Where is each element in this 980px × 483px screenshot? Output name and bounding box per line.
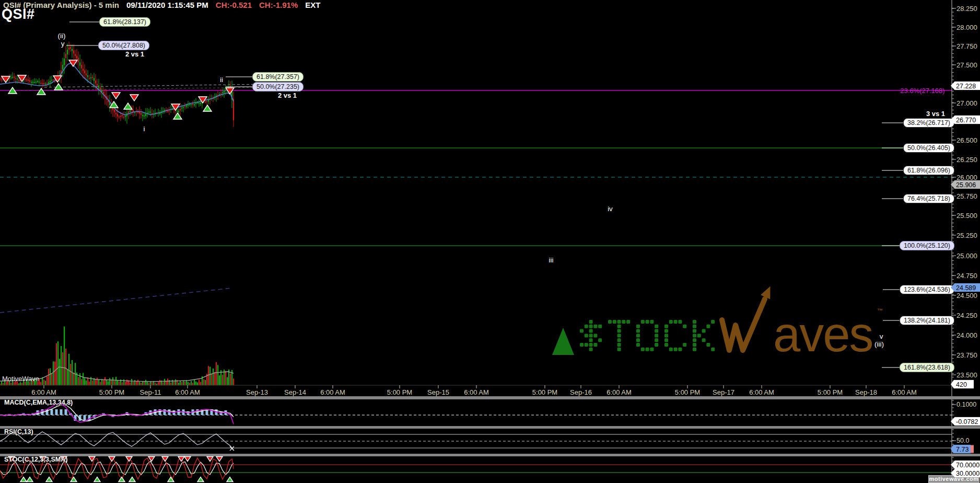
time-tick-label: Sep-17	[713, 388, 734, 396]
fib-level-label[interactable]: 76.4%(25.718)	[903, 194, 954, 203]
time-tick-label: Sep-16	[570, 388, 592, 396]
time-tick-label: Sep-14	[284, 388, 306, 396]
change-percent: CH:-1.91%	[259, 1, 298, 9]
panel-divider[interactable]	[0, 396, 980, 399]
time-tick-label: 5:00 PM	[818, 388, 843, 396]
time-tick-label: 5:00 PM	[99, 388, 124, 396]
time-tick-label: 6:00 AM	[892, 388, 917, 396]
fib-level-label[interactable]: 50.0%(27.808)	[98, 41, 149, 50]
time-tick-label: Sep-15	[427, 388, 449, 396]
fib-level-label[interactable]: 50.0%(27.235)	[252, 82, 304, 91]
fib-level-label[interactable]: 61.8%(27.357)	[252, 72, 304, 82]
svg-text:aves: aves	[773, 307, 873, 362]
change-value: CH:-0.521	[216, 1, 252, 9]
motivewave-window: aves QSI# (Primary Analysis) - 5 min 09/…	[0, 0, 980, 483]
price-tick-label: 27.500	[956, 61, 977, 69]
elliott-wave-label[interactable]: iv	[608, 205, 613, 213]
price-tick-label: 23.750	[956, 351, 977, 359]
price-tag: 24.589	[951, 283, 980, 292]
price-tag: 26.770	[951, 116, 980, 124]
fib-level-label[interactable]: 100.0%(25.120)	[900, 241, 954, 250]
time-tick-label: 6:00 AM	[175, 388, 200, 396]
price-tick-label: 25.000	[956, 252, 977, 260]
elliott-wave-label[interactable]: (iii)	[874, 340, 884, 348]
stoc-study-label[interactable]: STOC(C,12,3,3,SMA)	[4, 456, 67, 463]
price-tag: 25.906	[951, 180, 980, 189]
price-tag: -0.0782	[951, 417, 980, 426]
time-tick-label: 6:00 AM	[464, 388, 489, 396]
time-tick-label: 5:00 PM	[532, 388, 557, 396]
price-tick-label: 26.000	[956, 174, 977, 181]
elliott-wave-label[interactable]: ii	[220, 76, 223, 84]
price-tick-label: 24.500	[956, 292, 977, 300]
time-tick-label: 6:00 AM	[606, 388, 632, 396]
price-tick-label: 28.250	[956, 5, 977, 13]
price-tick-label: 25.750	[956, 192, 977, 200]
price-tag: 420	[951, 380, 974, 389]
elliott-wave-label[interactable]: iii	[549, 256, 554, 264]
time-tick-label: 6:00 AM	[320, 388, 345, 396]
motivewave-watermark: MotiveWave	[2, 375, 39, 383]
macd-axis-label: 0.1000	[956, 401, 976, 408]
fib-level-label-magenta[interactable]: 23.6%(27.168)	[900, 87, 944, 95]
symbol-title: QSI#	[2, 6, 35, 22]
ratio-label: 2 vs 1	[278, 91, 297, 99]
price-tick-label: 26.250	[956, 156, 977, 164]
chart-header: QSI# (Primary Analysis) - 5 min 09/11/20…	[3, 1, 320, 9]
fib-level-label[interactable]: 50.0%(26.405)	[903, 143, 954, 153]
fib-level-label[interactable]: 61.8%(26.096)	[903, 166, 954, 175]
ratio-label: 2 vs 1	[125, 50, 144, 58]
ext-session-badge: EXT	[305, 1, 320, 9]
time-tick-label: 6:00 AM	[749, 388, 774, 396]
price-tag: 70.0000	[951, 461, 980, 469]
elliott-wave-label[interactable]: i	[144, 125, 145, 133]
time-tick-label: 5:00 PM	[387, 388, 412, 396]
fib-level-label[interactable]: 138.2%(24.181)	[900, 316, 954, 325]
price-tick-label: 24.000	[956, 331, 977, 339]
time-tick-label: Sep-11	[140, 388, 161, 396]
fib-level-label[interactable]: 161.8%(23.618)	[900, 363, 954, 372]
price-chart-canvas[interactable]: aves	[0, 0, 980, 483]
rsi-study-label[interactable]: RSI(C,13)	[4, 428, 33, 435]
price-tag: 27.228	[951, 82, 980, 90]
price-tag: 7.73	[951, 445, 971, 454]
ratio-label: 3 vs 1	[926, 110, 945, 118]
elliott-wave-label[interactable]: y	[61, 40, 65, 48]
fib-level-label[interactable]: 123.6%(24.536)	[900, 285, 954, 294]
price-tick-label: 27.000	[956, 99, 977, 107]
macd-study-label[interactable]: MACD(C,EMA,13,34,8)	[4, 399, 73, 406]
price-tick-label: 27.750	[956, 42, 977, 50]
elliott-wave-label[interactable]: (ii)	[58, 32, 66, 40]
time-tick-label: Sep-13	[246, 388, 268, 396]
price-tick-label: 25.250	[956, 232, 977, 239]
rsi-axis-label: 50.0	[956, 437, 969, 444]
elliott-wave-label[interactable]: v	[880, 332, 883, 340]
price-tick-label: 24.750	[956, 272, 977, 280]
price-tag: 30.0000	[951, 469, 980, 478]
price-tick-label: 26.500	[956, 136, 977, 144]
fib-level-label[interactable]: 61.8%(28.137)	[99, 17, 150, 27]
time-tick-label: 6:00 AM	[31, 388, 56, 396]
chart-datetime: 09/11/2020 1:15:45 PM	[126, 1, 208, 9]
stockwaves-watermark: aves	[552, 284, 873, 362]
panel-divider[interactable]	[0, 454, 980, 456]
price-tick-label: 24.250	[956, 312, 977, 319]
price-tick-label: 23.500	[956, 371, 977, 379]
time-tick-label: Sep-18	[855, 388, 877, 396]
panel-divider[interactable]	[0, 426, 980, 429]
trademark-symbol: ™	[877, 307, 883, 314]
price-tick-label: 28.000	[956, 24, 977, 31]
time-tick-label: 5:00 PM	[675, 388, 700, 396]
candlesticks	[0, 41, 234, 126]
price-tick-label: 25.500	[956, 212, 977, 220]
fib-level-label[interactable]: 38.2%(26.717)	[903, 118, 954, 128]
